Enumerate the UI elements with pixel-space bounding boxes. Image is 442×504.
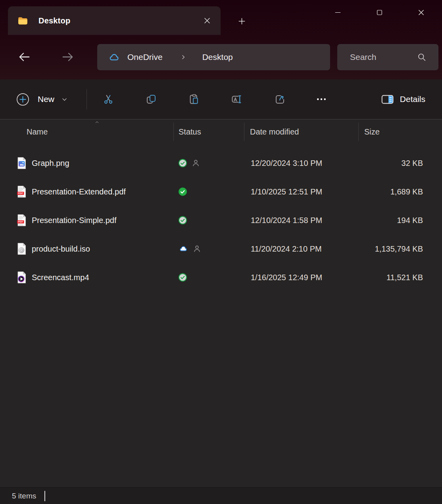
details-button-label: Details — [400, 94, 425, 104]
new-button[interactable]: New — [10, 87, 73, 112]
file-date-modified: 12/20/2024 3:10 PM — [251, 159, 322, 168]
file-size: 11,521 KB — [386, 273, 423, 282]
share-icon — [274, 93, 286, 105]
file-name: Presentation-Simple.pdf — [32, 216, 116, 225]
file-row[interactable]: product-build.iso 11/20/2024 2:10 PM 1,1… — [0, 235, 442, 263]
copy-button[interactable] — [140, 88, 162, 110]
column-divider — [244, 123, 244, 141]
window-controls — [324, 0, 435, 25]
items-count: 5 items — [12, 492, 36, 500]
minimize-icon — [334, 9, 342, 16]
rename-icon — [231, 93, 243, 105]
close-icon — [203, 16, 211, 25]
plus-icon — [237, 17, 246, 26]
file-date-modified: 12/10/2024 1:58 PM — [251, 216, 322, 225]
tab-desktop[interactable]: Desktop — [8, 6, 221, 35]
share-button[interactable] — [269, 88, 291, 110]
search-icon — [417, 52, 427, 62]
shared-person-icon — [192, 244, 202, 254]
chevron-right-icon — [180, 54, 186, 60]
iso-file-icon — [16, 243, 27, 255]
address-bar[interactable]: OneDrive Desktop — [97, 44, 330, 70]
column-header-status[interactable]: Status — [179, 127, 201, 137]
file-row[interactable]: Screencast.mp4 1/16/2025 12:49 PM 11,521… — [0, 263, 442, 292]
available-offline-status-icon — [178, 187, 187, 196]
new-tab-button[interactable] — [233, 13, 250, 29]
pdf-file-icon — [16, 186, 27, 198]
file-date-modified: 1/16/2025 12:49 PM — [251, 273, 322, 282]
maximize-icon — [376, 9, 383, 16]
plus-circle-icon — [16, 92, 30, 106]
column-divider — [173, 123, 174, 141]
file-status-cell — [178, 273, 187, 282]
file-explorer-window: Desktop OneDrive — [0, 0, 442, 504]
file-size: 1,689 KB — [390, 187, 423, 196]
column-header-date-modified[interactable]: Date modified — [250, 127, 299, 137]
file-row[interactable]: Presentation-Simple.pdf 12/10/2024 1:58 … — [0, 206, 442, 235]
image-file-icon — [16, 157, 27, 169]
back-button[interactable] — [17, 49, 32, 64]
file-status-cell — [178, 187, 187, 196]
video-file-icon — [16, 271, 27, 284]
file-name: Graph.png — [32, 159, 69, 168]
file-status-cell — [178, 244, 202, 254]
cloud-only-status-icon — [178, 244, 188, 254]
new-button-label: New — [38, 94, 54, 104]
file-size: 194 KB — [397, 216, 423, 225]
breadcrumb-item-desktop[interactable]: Desktop — [202, 52, 233, 62]
sort-ascending-icon — [94, 120, 100, 125]
search-input[interactable]: Search — [337, 44, 438, 70]
minimize-button[interactable] — [324, 0, 352, 25]
close-icon — [417, 8, 425, 17]
statusbar-divider — [44, 491, 45, 501]
file-date-modified: 11/20/2024 2:10 PM — [251, 244, 322, 254]
toolbar-divider — [86, 89, 87, 110]
file-row[interactable]: Presentation-Extended.pdf 1/10/2025 12:5… — [0, 177, 442, 206]
more-options-button[interactable] — [310, 88, 332, 110]
column-divider — [358, 123, 359, 141]
toolbar: New Details — [0, 79, 442, 119]
file-row[interactable]: Graph.png 12/20/2024 3:10 PM 32 KB — [0, 149, 442, 177]
synced-status-icon — [178, 216, 187, 225]
file-name: Screencast.mp4 — [32, 273, 89, 282]
details-panel-icon — [381, 93, 394, 106]
file-date-modified: 1/10/2025 12:51 PM — [251, 187, 322, 196]
forward-arrow-icon — [61, 50, 74, 63]
rename-button[interactable] — [226, 88, 248, 110]
maximize-button[interactable] — [365, 0, 393, 25]
paste-button[interactable] — [183, 88, 205, 110]
title-bar: Desktop OneDrive — [0, 0, 442, 79]
paste-icon — [188, 93, 200, 105]
column-header-size[interactable]: Size — [364, 127, 380, 137]
back-arrow-icon — [18, 50, 31, 63]
column-header-name[interactable]: Name — [27, 127, 48, 137]
ellipsis-icon — [315, 93, 327, 105]
file-rows: Graph.png 12/20/2024 3:10 PM 32 KB Prese… — [0, 149, 442, 292]
synced-status-icon — [178, 273, 187, 282]
pdf-file-icon — [16, 214, 27, 227]
file-list-view: Name Status Date modified Size Graph.png… — [0, 119, 442, 487]
tab-close-button[interactable] — [200, 13, 214, 28]
window-close-button[interactable] — [407, 0, 435, 25]
cut-icon — [102, 93, 114, 105]
shared-person-icon — [191, 159, 200, 168]
forward-button[interactable] — [60, 49, 75, 64]
search-placeholder: Search — [350, 52, 417, 62]
details-button[interactable]: Details — [375, 87, 431, 112]
breadcrumb-item-onedrive[interactable]: OneDrive — [127, 52, 163, 62]
copy-icon — [145, 93, 157, 105]
cut-button[interactable] — [97, 88, 119, 110]
chevron-down-icon — [61, 96, 68, 103]
file-size: 1,135,794 KB — [375, 244, 423, 254]
status-bar: 5 items — [0, 487, 442, 504]
onedrive-cloud-icon — [108, 52, 120, 63]
file-status-cell — [178, 159, 200, 168]
column-headers: Name Status Date modified Size — [0, 119, 442, 144]
tab-title: Desktop — [38, 16, 70, 25]
file-status-cell — [178, 216, 187, 225]
folder-icon — [17, 15, 28, 26]
file-size: 32 KB — [402, 159, 423, 168]
synced-status-icon — [178, 159, 187, 168]
file-name: Presentation-Extended.pdf — [32, 187, 126, 196]
file-name: product-build.iso — [32, 244, 90, 254]
